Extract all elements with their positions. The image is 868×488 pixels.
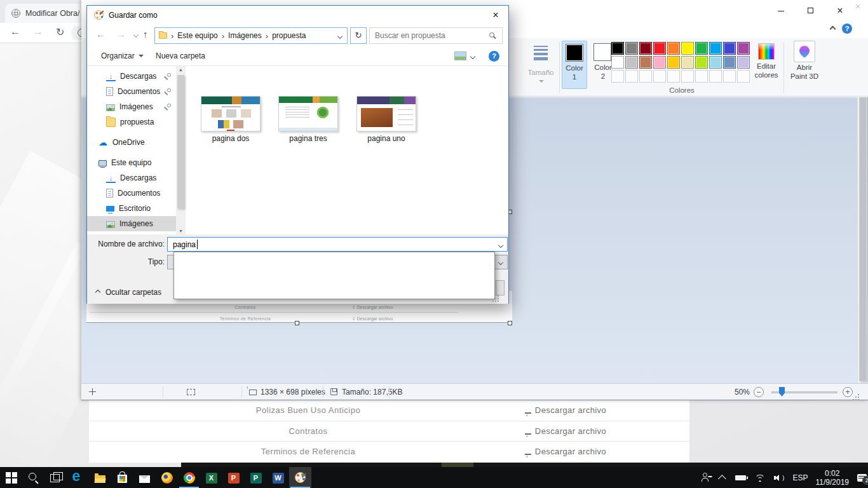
- sidebar-item-este-equipo[interactable]: Este equipo: [87, 155, 176, 170]
- browser-back-icon[interactable]: ←: [10, 26, 20, 37]
- sidebar-item-escritorio[interactable]: Escritorio: [87, 201, 176, 216]
- keyboard-language[interactable]: ESP: [792, 473, 808, 482]
- edit-colors-button[interactable]: Editar colores: [752, 41, 780, 94]
- maximize-button[interactable]: [798, 3, 824, 19]
- open-paint3d-button[interactable]: Abrir Paint 3D: [787, 41, 822, 94]
- sidebar-item-im-genes[interactable]: Imágenes: [87, 99, 176, 114]
- filename-dropdown-icon[interactable]: [498, 243, 503, 248]
- color-swatch[interactable]: [639, 56, 652, 69]
- view-dropdown-icon[interactable]: [470, 54, 475, 59]
- file-pagina-tres[interactable]: pagina tres: [275, 96, 341, 143]
- breadcrumb[interactable]: ›Este equipo›Imágenes›propuesta: [154, 27, 348, 44]
- browser-refresh-icon[interactable]: ↻: [56, 26, 64, 38]
- file-pagina-dos[interactable]: pagina dos: [198, 96, 264, 143]
- color-swatch[interactable]: [611, 56, 624, 69]
- color-swatch[interactable]: [611, 42, 624, 55]
- view-mode-icon[interactable]: [454, 51, 466, 60]
- color-swatch[interactable]: [667, 56, 680, 69]
- filename-field[interactable]: [167, 237, 508, 252]
- new-folder-button[interactable]: Nueva carpeta: [156, 46, 205, 65]
- nav-forward-icon[interactable]: →: [116, 29, 126, 39]
- nav-recent-dropdown-icon[interactable]: [133, 32, 139, 37]
- sidebar-item-onedrive[interactable]: OneDrive: [87, 135, 176, 150]
- scroll-down-icon[interactable]: ▼: [176, 229, 186, 233]
- browser-forward-icon[interactable]: →: [33, 26, 43, 37]
- empty-color-slot[interactable]: [737, 70, 750, 83]
- taskbar-word-button[interactable]: W: [267, 467, 289, 488]
- clock[interactable]: 0:02 11/9/2019: [816, 469, 850, 487]
- sidebar-item-im-genes[interactable]: Imágenes: [87, 216, 176, 231]
- color-swatch[interactable]: [681, 42, 694, 55]
- empty-color-slot[interactable]: [723, 70, 736, 83]
- search-input[interactable]: [370, 28, 485, 43]
- close-button[interactable]: ×: [827, 3, 853, 19]
- volume-icon[interactable]: [774, 474, 784, 482]
- zoom-in-button[interactable]: +: [843, 387, 853, 397]
- canvas-resize-handle-bottom[interactable]: [295, 321, 299, 325]
- taskbar-mail-button[interactable]: [133, 467, 156, 488]
- sidebar-item-propuesta[interactable]: propuesta: [87, 114, 176, 130]
- descargar-archivo-link[interactable]: Descargar archivo: [483, 400, 648, 421]
- search-box[interactable]: [369, 27, 503, 44]
- sidebar-item-descargas[interactable]: Descargas: [87, 69, 176, 84]
- canvas-resize-handle-corner[interactable]: [508, 321, 512, 325]
- empty-color-slot[interactable]: [681, 70, 694, 83]
- scrollbar-thumb[interactable]: [859, 97, 867, 381]
- dialog-resize-grip[interactable]: [498, 295, 499, 297]
- color-swatch[interactable]: [695, 56, 708, 69]
- color-swatch[interactable]: [723, 42, 736, 55]
- nav-up-icon[interactable]: ↑: [143, 29, 148, 39]
- color-swatch[interactable]: [653, 56, 666, 69]
- vertical-scrollbar[interactable]: ▲: [857, 97, 867, 383]
- descargar-archivo-link[interactable]: Descargar archivo: [483, 442, 648, 462]
- taskbar-firefox-button[interactable]: [156, 467, 178, 488]
- zoom-out-button[interactable]: −: [754, 387, 764, 397]
- dialog-help-button[interactable]: ?: [489, 51, 499, 62]
- nav-back-icon[interactable]: ←: [96, 29, 105, 39]
- dialog-close-button[interactable]: ×: [484, 6, 507, 25]
- color-swatch[interactable]: [723, 56, 736, 69]
- color-swatch[interactable]: [667, 42, 680, 55]
- organize-button[interactable]: Organizar: [101, 46, 144, 65]
- color-swatch[interactable]: [737, 56, 750, 69]
- battery-icon[interactable]: [735, 475, 746, 480]
- taskbar-search-button[interactable]: [22, 467, 44, 488]
- cancel-button-edge[interactable]: [496, 280, 505, 295]
- color-swatch[interactable]: [737, 42, 750, 55]
- resize-grip[interactable]: [858, 394, 859, 395]
- people-icon[interactable]: [702, 474, 712, 482]
- empty-color-slot[interactable]: [695, 70, 708, 83]
- hide-folders-button[interactable]: Ocultar carpetas: [96, 287, 161, 298]
- scroll-up-icon[interactable]: ▲: [176, 67, 186, 72]
- color-swatch[interactable]: [639, 42, 652, 55]
- taskbar-edge-button[interactable]: [67, 467, 89, 488]
- taskbar-powerpoint-button[interactable]: P: [222, 467, 245, 488]
- hidden-icons-chevron[interactable]: [718, 475, 726, 483]
- taskbar-explorer-button[interactable]: [89, 467, 111, 488]
- filename-input[interactable]: [168, 238, 492, 251]
- color-swatch[interactable]: [709, 42, 722, 55]
- taskbar-excel-button[interactable]: X: [200, 467, 222, 488]
- taskbar-store-button[interactable]: [111, 467, 133, 488]
- collapse-ribbon-icon[interactable]: [830, 26, 836, 32]
- empty-color-slot[interactable]: [611, 70, 624, 83]
- taskbar-publisher-button[interactable]: P: [245, 467, 267, 488]
- file-pagina-uno[interactable]: pagina uno: [353, 96, 419, 143]
- breadcrumb-item-este-equipo[interactable]: Este equipo: [177, 31, 217, 40]
- color-swatch[interactable]: [625, 42, 638, 55]
- refresh-button[interactable]: ↻: [350, 27, 367, 44]
- empty-color-slot[interactable]: [625, 70, 638, 83]
- wifi-icon[interactable]: [755, 474, 765, 482]
- sidebar-item-descargas[interactable]: Descargas: [87, 170, 176, 186]
- color-swatch[interactable]: [653, 42, 666, 55]
- taskbar-chrome-button[interactable]: [178, 467, 200, 488]
- breadcrumb-item-im-genes[interactable]: Imágenes: [228, 31, 262, 40]
- color-swatch[interactable]: [695, 42, 708, 55]
- size-button[interactable]: Tamaño: [525, 41, 557, 94]
- empty-color-slot[interactable]: [709, 70, 722, 83]
- taskbar-taskview-button[interactable]: [44, 467, 67, 488]
- zoom-slider-thumb[interactable]: [779, 387, 785, 396]
- taskbar-paint-button[interactable]: [289, 467, 311, 488]
- paint-help-button[interactable]: ?: [842, 24, 852, 34]
- filename-suggestions-popup[interactable]: [173, 252, 495, 299]
